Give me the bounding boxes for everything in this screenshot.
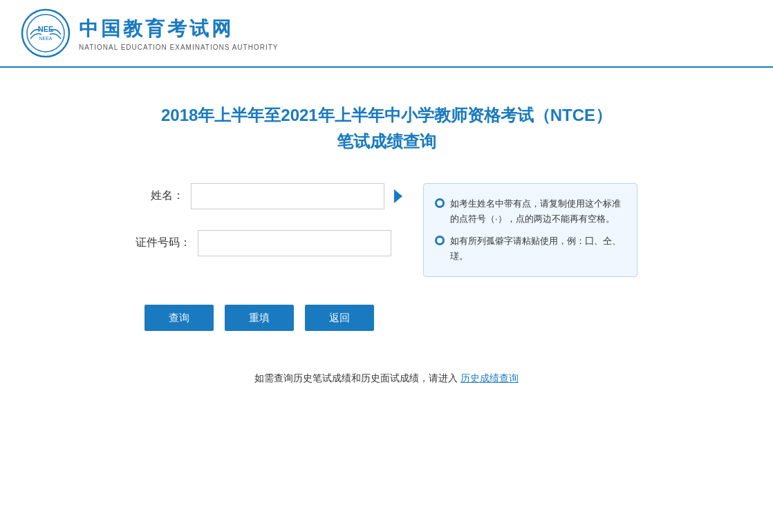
name-row: 姓名： (136, 183, 402, 209)
form-left: 姓名： 证件号码： (136, 183, 402, 256)
notice-radio-2 (435, 236, 445, 245)
id-input[interactable] (198, 230, 391, 256)
notice-item-2: 如有所列孤僻字请粘贴使用，例：囗、仝、瑳。 (435, 234, 626, 264)
main-content: 2018年上半年至2021年上半年中小学教师资格考试（NTCE） 笔试成绩查询 … (75, 102, 698, 385)
form-area: 姓名： 证件号码： 如考生姓名中带有点，请复制使用这个标准的点符号（·），点的两… (89, 183, 684, 277)
svg-point-1 (27, 15, 64, 52)
page-title-line1: 2018年上半年至2021年上半年中小学教师资格考试（NTCE） (89, 102, 684, 129)
notice-box: 如考生姓名中带有点，请复制使用这个标准的点符号（·），点的两边不能再有空格。 如… (423, 183, 637, 277)
id-label: 证件号码： (136, 236, 191, 250)
svg-text:NEEA: NEEA (39, 36, 52, 41)
name-input[interactable] (191, 183, 384, 209)
logo-area: NEE NEEA 中国教育考试网 NATIONAL EDUCATION EXAM… (21, 8, 278, 58)
logo-sub-text: NATIONAL EDUCATION EXAMINATIONS AUTHORIT… (79, 44, 278, 51)
button-row: 查询 重填 返回 (89, 305, 684, 331)
logo-main-text: 中国教育考试网 (79, 16, 278, 42)
site-header: NEE NEEA 中国教育考试网 NATIONAL EDUCATION EXAM… (0, 0, 773, 68)
query-button[interactable]: 查询 (145, 305, 214, 331)
logo-icon: NEE NEEA (21, 8, 71, 58)
history-score-link[interactable]: 历史成绩查询 (460, 372, 519, 383)
svg-point-0 (22, 10, 69, 57)
notice-text-2: 如有所列孤僻字请粘贴使用，例：囗、仝、瑳。 (450, 234, 626, 264)
logo-text-area: 中国教育考试网 NATIONAL EDUCATION EXAMINATIONS … (79, 16, 278, 51)
bottom-note-prefix: 如需查询历史笔试成绩和历史面试成绩，请进入 (254, 372, 460, 383)
page-title-line2: 笔试成绩查询 (89, 129, 684, 155)
page-title: 2018年上半年至2021年上半年中小学教师资格考试（NTCE） 笔试成绩查询 (89, 102, 684, 155)
id-row: 证件号码： (136, 230, 402, 256)
notice-item-1: 如考生姓名中带有点，请复制使用这个标准的点符号（·），点的两边不能再有空格。 (435, 196, 626, 227)
notice-radio-1 (435, 198, 445, 208)
notice-text-1: 如考生姓名中带有点，请复制使用这个标准的点符号（·），点的两边不能再有空格。 (450, 196, 626, 227)
reset-button[interactable]: 重填 (225, 305, 294, 331)
svg-text:NEE: NEE (38, 25, 54, 33)
arrow-right-icon (394, 189, 402, 203)
bottom-note: 如需查询历史笔试成绩和历史面试成绩，请进入 历史成绩查询 (89, 372, 684, 385)
name-label: 姓名： (136, 189, 184, 203)
back-button[interactable]: 返回 (305, 305, 374, 331)
